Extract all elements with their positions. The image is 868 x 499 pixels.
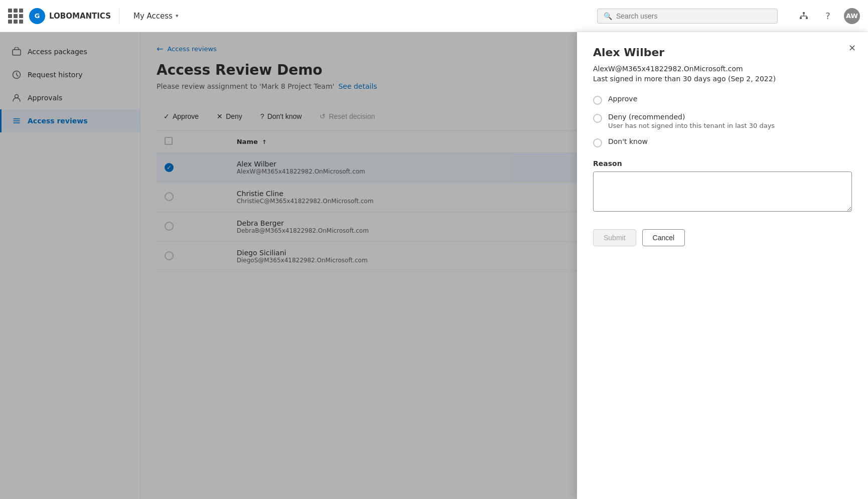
panel-user-email: AlexW@M365x41822982.OnMicrosoft.com (593, 65, 852, 73)
app-title-label: My Access (133, 12, 173, 21)
dont-know-radio[interactable] (593, 138, 602, 147)
approve-option-label: Approve (608, 95, 637, 103)
app-launcher-button[interactable] (8, 9, 23, 24)
user-avatar[interactable]: AW (844, 8, 860, 24)
app-title-chevron-icon: ▾ (176, 13, 179, 19)
reason-textarea[interactable] (593, 172, 852, 212)
panel-close-button[interactable]: ✕ (844, 40, 860, 56)
deny-recommended-label: Deny (recommended) (608, 113, 775, 121)
side-panel: ✕ Alex Wilber AlexW@M365x41822982.OnMicr… (577, 32, 868, 499)
topnav-right-actions: ? AW (796, 8, 860, 24)
app-title-button[interactable]: My Access ▾ (125, 12, 178, 21)
company-name: LOBOMANTICS (49, 12, 111, 21)
panel-actions: Submit Cancel (593, 229, 852, 246)
option-dont-know[interactable]: Don't know (593, 137, 852, 147)
search-input[interactable] (616, 12, 771, 20)
option-deny-recommended[interactable]: Deny (recommended) User has not signed i… (593, 113, 852, 129)
dont-know-option-label: Don't know (608, 137, 648, 145)
approve-radio[interactable] (593, 96, 602, 105)
panel-options: Approve Deny (recommended) User has not … (593, 95, 852, 147)
top-navigation: G LOBOMANTICS My Access ▾ 🔍 ? AW (0, 0, 868, 32)
cancel-button[interactable]: Cancel (642, 229, 685, 246)
option-approve[interactable]: Approve (593, 95, 852, 105)
svg-rect-0 (803, 12, 805, 14)
help-icon[interactable]: ? (820, 8, 836, 24)
deny-recommended-radio[interactable] (593, 114, 602, 123)
search-bar[interactable]: 🔍 (597, 9, 778, 24)
reason-label: Reason (593, 159, 852, 168)
panel-last-sign-in: Last signed in more than 30 days ago (Se… (593, 75, 852, 83)
search-icon: 🔍 (604, 12, 612, 20)
deny-recommended-hint: User has not signed into this tenant in … (608, 122, 775, 129)
logo-icon: G (29, 8, 45, 24)
logo-area: G LOBOMANTICS (29, 8, 119, 24)
submit-button[interactable]: Submit (593, 229, 636, 246)
org-chart-icon[interactable] (796, 8, 812, 24)
panel-user-name: Alex Wilber (593, 46, 852, 59)
